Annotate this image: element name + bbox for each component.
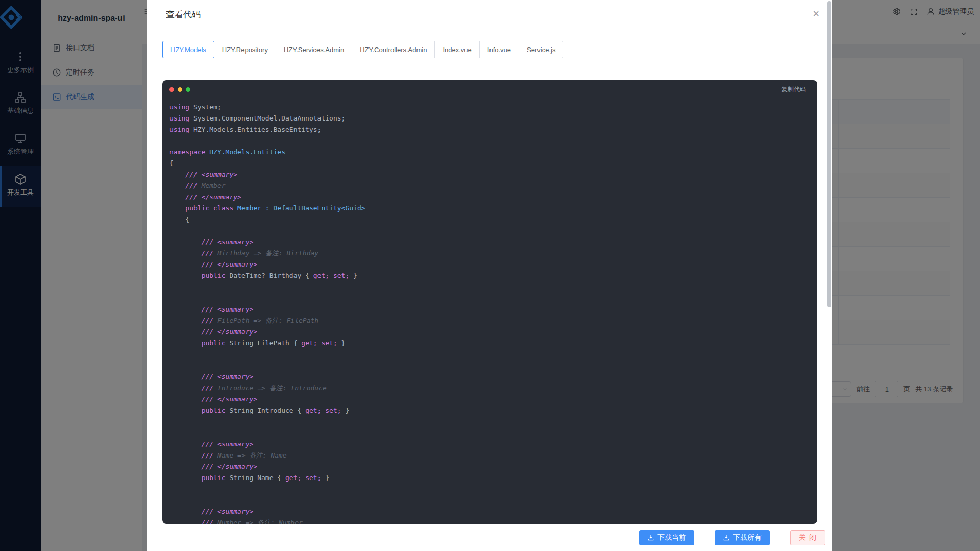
application-root: 更多示例 基础信息 系统管理 开发工具 hzy-admin-spa-ui <box>0 0 980 551</box>
download-current-button[interactable]: 下载当前 <box>639 530 694 545</box>
code-line: using HZY.Models.Entities.BaseEntitys; <box>169 124 817 135</box>
download-all-button[interactable]: 下载所有 <box>715 530 770 545</box>
code-line: using System.ComponentModel.DataAnnotati… <box>169 113 817 124</box>
download-icon <box>723 534 730 541</box>
code-line: /// </summary> <box>169 259 817 270</box>
tab-HZY.Services.Admin[interactable]: HZY.Services.Admin <box>276 41 352 58</box>
code-line: public DateTime? Birthday { get; set; } <box>169 270 817 281</box>
code-line <box>169 495 817 506</box>
download-all-label: 下载所有 <box>733 533 762 542</box>
code-line: /// <summary> <box>169 506 817 517</box>
code-line: /// <summary> <box>169 439 817 450</box>
code-line: /// <summary> <box>169 371 817 382</box>
code-line: public String Name { get; set; } <box>169 472 817 484</box>
code-line: /// <summary> <box>169 169 817 180</box>
tab-Info.vue[interactable]: Info.vue <box>479 41 519 58</box>
code-line: { <box>169 158 817 169</box>
code-line: /// FilePath => 备注: FilePath <box>169 315 817 326</box>
code-line <box>169 349 817 360</box>
green-dot-icon <box>186 87 190 92</box>
tab-Index.vue[interactable]: Index.vue <box>434 41 479 58</box>
traffic-lights-icon <box>169 87 190 92</box>
tab-Service.js[interactable]: Service.js <box>519 41 564 58</box>
dialog-scrollbar-thumb[interactable] <box>827 1 831 307</box>
code-line: /// Birthday => 备注: Birthday <box>169 248 817 259</box>
code-window-header: 复制代码 <box>162 80 817 99</box>
tab-HZY.Controllers.Admin[interactable]: HZY.Controllers.Admin <box>352 41 435 58</box>
code-line: /// </summary> <box>169 326 817 338</box>
code-line: using System; <box>169 102 817 113</box>
red-dot-icon <box>169 87 174 92</box>
code-line: /// </summary> <box>169 461 817 472</box>
code-line <box>169 360 817 371</box>
dialog-title: 查看代码 <box>166 9 201 20</box>
code-line: public String Introduce { get; set; } <box>169 405 817 416</box>
dialog-header: 查看代码 × <box>147 0 832 29</box>
code-line <box>169 416 817 427</box>
code-line <box>169 225 817 236</box>
code-line <box>169 427 817 439</box>
code-line <box>169 281 817 293</box>
code-line: public String FilePath { get; set; } <box>169 338 817 349</box>
close-button[interactable]: 关 闭 <box>790 530 825 545</box>
copy-code-button[interactable]: 复制代码 <box>778 85 809 94</box>
dialog-footer: 下载当前 下载所有 关 闭 <box>147 524 832 551</box>
code-line: /// Introduce => 备注: Introduce <box>169 382 817 394</box>
code-line <box>169 135 817 147</box>
code-line: /// Number => 备注: Number <box>169 517 817 524</box>
code-content[interactable]: using System;using System.ComponentModel… <box>162 102 817 524</box>
view-code-dialog: 查看代码 × HZY.ModelsHZY.RepositoryHZY.Servi… <box>147 0 832 551</box>
download-icon <box>647 534 654 541</box>
code-line: public class Member : DefaultBaseEntity<… <box>169 203 817 214</box>
code-line: /// Member <box>169 180 817 191</box>
tab-HZY.Repository[interactable]: HZY.Repository <box>214 41 276 58</box>
code-line: namespace HZY.Models.Entities <box>169 147 817 158</box>
code-window: 复制代码 using System;using System.Component… <box>162 80 817 524</box>
code-line: /// </summary> <box>169 394 817 405</box>
dialog-body: HZY.ModelsHZY.RepositoryHZY.Services.Adm… <box>147 29 832 524</box>
code-line: /// </summary> <box>169 191 817 203</box>
code-line: /// <summary> <box>169 304 817 315</box>
code-tabs: HZY.ModelsHZY.RepositoryHZY.Services.Adm… <box>162 41 817 58</box>
yellow-dot-icon <box>178 87 182 92</box>
close-icon[interactable]: × <box>810 7 822 20</box>
code-line: /// <summary> <box>169 236 817 248</box>
code-line: { <box>169 214 817 225</box>
code-line <box>169 293 817 304</box>
code-line <box>169 484 817 495</box>
tab-HZY.Models[interactable]: HZY.Models <box>162 41 214 58</box>
download-current-label: 下载当前 <box>657 533 686 542</box>
code-line: /// Name => 备注: Name <box>169 450 817 461</box>
